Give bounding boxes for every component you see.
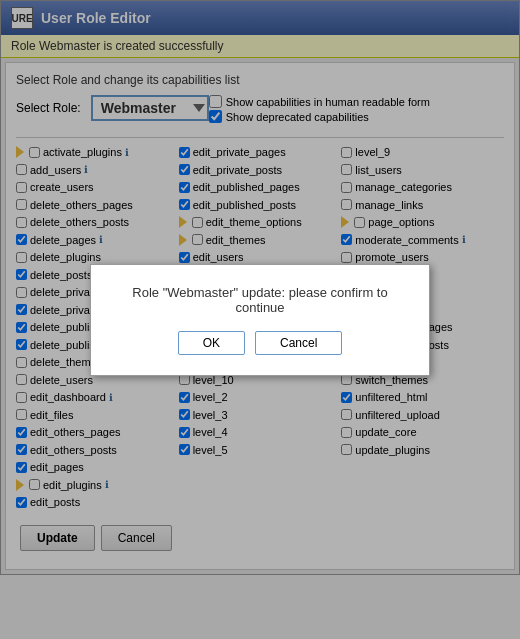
modal-cancel-button[interactable]: Cancel: [255, 331, 342, 355]
confirm-modal: Role "Webmaster" update: please confirm …: [90, 264, 430, 376]
modal-overlay: Role "Webmaster" update: please confirm …: [0, 0, 520, 639]
modal-ok-button[interactable]: OK: [178, 331, 245, 355]
modal-buttons: OK Cancel: [111, 331, 409, 355]
modal-text: Role "Webmaster" update: please confirm …: [111, 285, 409, 315]
